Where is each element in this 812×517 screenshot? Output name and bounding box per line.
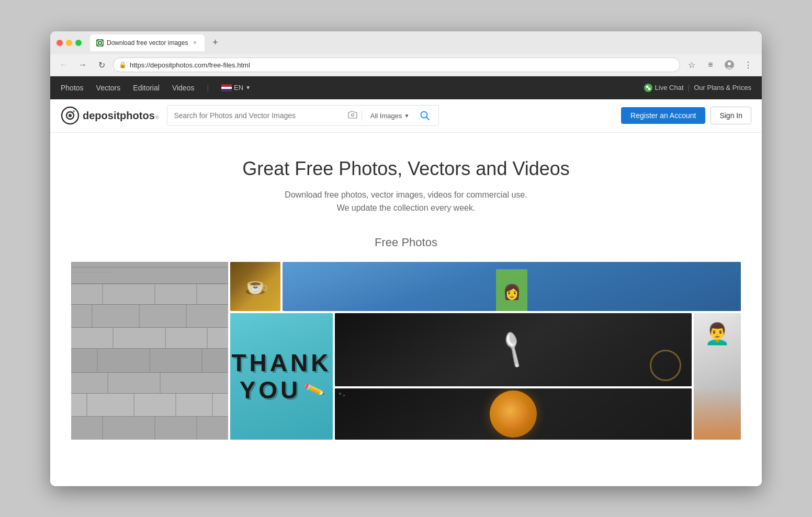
all-images-chevron-icon: ▼ (404, 113, 410, 119)
hero-subtitle-line1: Download free photos, vector images, vid… (285, 190, 527, 199)
language-label: EN (234, 84, 243, 91)
new-tab-button[interactable]: + (208, 36, 222, 50)
svg-rect-44 (71, 394, 228, 417)
svg-point-9 (69, 114, 72, 117)
tab-close-button[interactable]: × (191, 39, 198, 47)
site-navigation: Photos Vectors Editorial Videos | EN ▼ (50, 76, 762, 99)
title-bar: Download free vector images × + (50, 31, 762, 54)
all-images-dropdown[interactable]: All Images ▼ (366, 112, 414, 120)
search-header: depositphotos ® All Images ▼ (50, 99, 762, 133)
search-icon (420, 110, 430, 121)
photo-spoon-dark[interactable]: 🥄 (335, 313, 692, 386)
forward-button[interactable]: → (75, 58, 90, 72)
nav-editorial-link[interactable]: Editorial (133, 84, 160, 92)
photo-thank-you[interactable]: THANK YOU ✏️ (230, 313, 333, 440)
svg-point-10 (73, 110, 75, 112)
back-button[interactable]: ← (57, 58, 71, 72)
logo-text: depositphotos (83, 110, 155, 122)
svg-text:☕: ☕ (251, 284, 261, 293)
svg-point-5 (646, 85, 648, 88)
photo-soup-bowl[interactable] (335, 388, 692, 440)
svg-rect-20 (71, 284, 228, 305)
search-button[interactable] (418, 108, 432, 123)
svg-rect-50 (71, 417, 228, 440)
nav-photos-link[interactable]: Photos (61, 84, 84, 92)
depositphotos-logo-icon (61, 106, 80, 125)
photo-man-orange[interactable]: 👨‍🦱 (694, 313, 741, 440)
signin-button[interactable]: Sign In (710, 107, 751, 124)
logo-registered-icon: ® (155, 115, 159, 120)
photo-right-section: ☕ 👩 (230, 262, 741, 440)
address-bar: ← → ↻ 🔒 https://depositphotos.com/free-f… (50, 54, 762, 76)
all-images-label: All Images (370, 112, 402, 120)
profile-icon[interactable] (722, 58, 737, 72)
stone-texture-svg (71, 262, 228, 440)
header-right: Register an Account Sign In (621, 107, 751, 124)
hero-subtitle-line2: We update the collection every week. (337, 203, 476, 212)
register-button[interactable]: Register an Account (621, 107, 705, 124)
thank-text: THANK (232, 351, 332, 375)
maximize-window-button[interactable] (75, 40, 82, 46)
language-selector[interactable]: EN ▼ (221, 84, 251, 91)
tab-favicon-icon (96, 39, 104, 47)
photo-grid: ☕ 👩 (71, 262, 741, 440)
gallery-section: Free Photos (50, 232, 762, 486)
svg-rect-40 (71, 373, 228, 394)
tab-bar: Download free vector images × + (90, 35, 755, 51)
nav-vectors-link[interactable]: Vectors (96, 84, 121, 92)
site-content: Photos Vectors Editorial Videos | EN ▼ (50, 76, 762, 486)
svg-rect-25 (71, 305, 228, 328)
close-window-button[interactable] (57, 40, 63, 46)
camera-search-icon[interactable] (348, 110, 357, 121)
hero-subtitle: Download free photos, vector images, vid… (61, 188, 751, 215)
search-input[interactable] (174, 111, 343, 120)
layers-button[interactable]: ≡ (703, 58, 718, 72)
tab-title-text: Download free vector images (107, 39, 188, 47)
refresh-button[interactable]: ↻ (94, 58, 109, 72)
bookmark-button[interactable]: ☆ (684, 58, 699, 72)
more-options-button[interactable]: ⋮ (741, 58, 755, 72)
bottom-row-photos: THANK YOU ✏️ (230, 313, 741, 440)
svg-line-13 (426, 117, 429, 120)
top-row-photos: ☕ 👩 (230, 262, 741, 311)
site-logo[interactable]: depositphotos ® (61, 106, 159, 125)
pencil-icon: ✏️ (303, 378, 326, 401)
language-chevron-icon: ▼ (245, 85, 251, 90)
minimize-window-button[interactable] (66, 40, 72, 46)
hero-section: Great Free Photos, Vectors and Videos Do… (50, 133, 762, 232)
ssl-lock-icon: 🔒 (119, 61, 127, 68)
svg-point-1 (99, 42, 101, 44)
photo-tea-coffee[interactable]: ☕ (230, 262, 280, 311)
url-bar[interactable]: 🔒 https://depositphotos.com/free-files.h… (113, 58, 680, 72)
dark-photos-column: 🥄 (335, 313, 692, 440)
live-chat-icon (644, 83, 653, 93)
url-actions: ☆ ≡ ⋮ (684, 58, 755, 72)
svg-point-6 (648, 87, 650, 90)
flag-icon (221, 84, 232, 91)
man-emoji-icon: 👨‍🦱 (704, 321, 730, 346)
url-text: https://depositphotos.com/free-files.htm… (130, 61, 674, 69)
photo-stone-wall[interactable] (71, 262, 228, 440)
svg-rect-15 (71, 262, 228, 284)
live-chat-label[interactable]: Live Chat (655, 84, 684, 91)
spoon-emoji-icon: 🥄 (492, 329, 534, 370)
search-box[interactable]: All Images ▼ (167, 105, 439, 126)
svg-rect-30 (71, 328, 228, 349)
you-text: YOU (240, 378, 301, 402)
hero-title: Great Free Photos, Vectors and Videos (61, 158, 751, 180)
nav-videos-link[interactable]: Videos (172, 84, 195, 92)
svg-point-11 (351, 114, 354, 117)
plans-link[interactable]: Our Plans & Prices (694, 84, 751, 91)
gallery-title: Free Photos (71, 236, 741, 249)
svg-point-3 (728, 62, 731, 65)
tea-coffee-svg: ☕ (240, 271, 271, 302)
svg-point-4 (644, 84, 652, 92)
nav-divider: | (207, 84, 209, 92)
photo-woman-book[interactable]: 👩 (283, 262, 741, 311)
nav-right-divider: | (688, 84, 690, 92)
browser-window: Download free vector images × + ← → ↻ 🔒 … (50, 31, 762, 486)
nav-left: Photos Vectors Editorial Videos | EN ▼ (61, 84, 251, 92)
traffic-lights (57, 40, 82, 46)
active-tab[interactable]: Download free vector images × (90, 35, 205, 51)
nav-right: Live Chat | Our Plans & Prices (644, 83, 751, 93)
